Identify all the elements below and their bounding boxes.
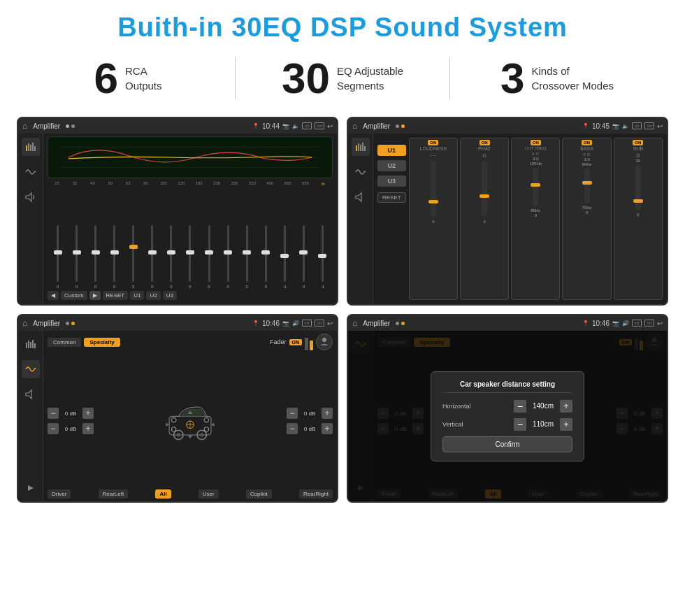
fader-bottom-bar: Driver RearLeft All User Copilot RearRig…: [48, 489, 333, 499]
eq-slider-14[interactable]: -1: [314, 222, 331, 289]
u3-btn[interactable]: U3: [377, 176, 406, 187]
eq-reset-btn[interactable]: RESET: [103, 291, 129, 300]
copilot-btn[interactable]: Copilot: [246, 489, 272, 499]
right-bottom-plus[interactable]: +: [322, 423, 333, 434]
back-icon-4[interactable]: ↩: [657, 320, 663, 327]
svg-point-30: [171, 427, 176, 432]
svg-rect-0: [26, 145, 27, 151]
specialty-tab[interactable]: Specialty: [84, 338, 120, 347]
left-top-plus[interactable]: +: [82, 408, 94, 419]
horizontal-plus-btn[interactable]: +: [560, 400, 572, 413]
svg-marker-37: [166, 423, 169, 427]
side-icons-3: [18, 331, 43, 501]
eq-side-icon[interactable]: [22, 138, 40, 156]
stat-number-3: 3: [500, 57, 524, 100]
all-btn[interactable]: All: [155, 489, 171, 499]
eq-u2-btn[interactable]: U2: [146, 291, 160, 300]
amp-area: U1 U2 U3 RESET ON LOUDNESS ~~: [373, 134, 667, 304]
screen-icon-2: ▭: [632, 122, 642, 129]
vertical-plus-btn[interactable]: +: [560, 418, 572, 431]
wave-side-icon-2[interactable]: [352, 163, 370, 181]
stat-label-eq: EQ AdjustableSegments: [337, 64, 403, 93]
unit-buttons: U1 U2 U3 RESET: [377, 138, 406, 300]
right-top-plus[interactable]: +: [322, 408, 333, 419]
eq-prev-btn[interactable]: ◀: [48, 291, 59, 300]
eq-slider-13[interactable]: 0: [295, 222, 312, 289]
left-bottom-minus[interactable]: −: [48, 423, 59, 434]
eq-slider-8[interactable]: 0: [201, 222, 218, 289]
eq-slider-10[interactable]: 0: [238, 222, 256, 289]
right-bottom-minus[interactable]: −: [287, 423, 298, 434]
eq-slider-5[interactable]: 0: [143, 222, 161, 289]
left-bottom-plus[interactable]: +: [82, 423, 94, 434]
home-icon-1[interactable]: ⌂: [22, 121, 27, 131]
eq-u1-btn[interactable]: U1: [130, 291, 144, 300]
driver-btn[interactable]: Driver: [48, 489, 71, 499]
vol-icon-4: 🔊: [622, 320, 629, 327]
stat-label-crossover: Kinds ofCrossover Modes: [531, 64, 614, 93]
screen3-content: Common Specialty Fader ON: [18, 331, 337, 501]
rear-right-btn[interactable]: RearRight: [299, 489, 333, 499]
fader-on-badge: ON: [289, 339, 303, 345]
left-top-minus[interactable]: −: [48, 408, 59, 419]
home-icon-3[interactable]: ⌂: [22, 318, 27, 328]
user-btn[interactable]: User: [199, 489, 219, 499]
right-top-minus[interactable]: −: [287, 408, 298, 419]
eq-slider-0[interactable]: 0: [49, 222, 66, 289]
eq-slider-6[interactable]: 0: [162, 222, 180, 289]
confirm-button[interactable]: Confirm: [442, 436, 572, 452]
eq-slider-7[interactable]: 0: [181, 222, 199, 289]
u2-btn[interactable]: U2: [377, 160, 406, 171]
eq-side-icon-3[interactable]: [22, 335, 40, 353]
svg-point-27: [200, 433, 203, 436]
horizontal-minus-btn[interactable]: −: [514, 400, 526, 413]
dialog-box: Car speaker distance setting Horizontal …: [431, 371, 584, 461]
vol-side-icon-2[interactable]: [352, 188, 370, 206]
expand-side-icon-3[interactable]: [22, 479, 40, 497]
common-tab[interactable]: Common: [48, 338, 81, 347]
svg-point-31: [204, 427, 209, 432]
svg-marker-5: [26, 193, 31, 201]
back-icon-2[interactable]: ↩: [657, 122, 663, 130]
back-icon-3[interactable]: ↩: [327, 320, 333, 327]
screen2-content: U1 U2 U3 RESET ON LOUDNESS ~~: [348, 134, 667, 304]
wave-side-icon-3[interactable]: [22, 360, 40, 378]
eq-slider-4[interactable]: 5: [124, 222, 142, 289]
eq-side-icon-2[interactable]: [352, 138, 370, 156]
stat-rca: 6 RCAOutputs: [28, 57, 228, 100]
dialog-vertical-row: Vertical − 110cm +: [442, 418, 572, 431]
vol-side-icon-3[interactable]: [22, 385, 40, 403]
eq-slider-11[interactable]: 0: [257, 222, 275, 289]
u1-btn[interactable]: U1: [377, 145, 406, 156]
eq-slider-1[interactable]: 0: [68, 222, 85, 289]
svg-marker-21: [28, 485, 34, 491]
pin-icon-3: 📍: [252, 320, 259, 327]
home-icon-4[interactable]: ⌂: [352, 318, 357, 328]
vertical-control: − 110cm +: [514, 418, 572, 431]
time-1: 10:44: [262, 122, 280, 130]
eq-slider-3[interactable]: 0: [106, 222, 123, 289]
eq-play-btn[interactable]: ▶: [89, 291, 101, 300]
home-icon-2[interactable]: ⌂: [352, 121, 357, 131]
svg-point-26: [177, 433, 180, 436]
vol-side-icon[interactable]: [22, 188, 40, 206]
screen-icon-3: ▭: [302, 320, 312, 327]
eq-slider-9[interactable]: 0: [219, 222, 237, 289]
eq-preset-btn[interactable]: Custom: [61, 291, 87, 300]
nav-icon-1: ▭: [315, 122, 324, 129]
left-top-db: 0 dB: [61, 410, 80, 417]
svg-marker-36: [188, 436, 193, 439]
back-icon-1[interactable]: ↩: [327, 122, 333, 130]
amp-reset-btn[interactable]: RESET: [377, 192, 406, 203]
status-dots-3: [66, 322, 75, 325]
profile-icon[interactable]: [316, 334, 333, 350]
eq-u3-btn[interactable]: U3: [163, 291, 177, 300]
wave-side-icon[interactable]: [22, 163, 40, 181]
rear-left-btn[interactable]: RearLeft: [99, 489, 129, 499]
eq-slider-2[interactable]: 0: [87, 222, 104, 289]
eq-slider-12[interactable]: -1: [276, 222, 294, 289]
svg-point-29: [204, 417, 209, 422]
svg-rect-11: [360, 145, 361, 151]
horizontal-value: 140cm: [528, 402, 558, 410]
vertical-minus-btn[interactable]: −: [514, 418, 526, 431]
